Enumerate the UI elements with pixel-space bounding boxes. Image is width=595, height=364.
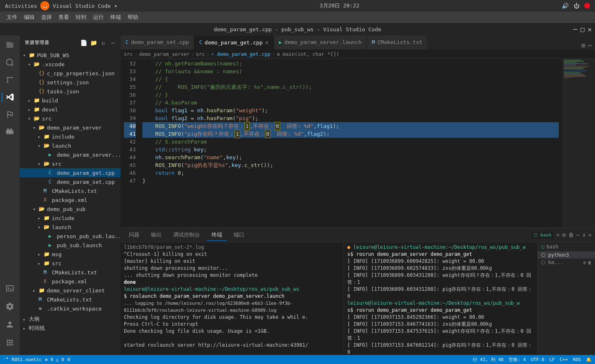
maximize-button[interactable]: □ (581, 26, 585, 33)
tab-cmakelists[interactable]: M CMakeLists.txt (367, 35, 428, 49)
menu-terminal[interactable]: 终端 (107, 13, 124, 22)
sidebar-item-tasks[interactable]: {} tasks.json (20, 87, 121, 96)
code-content[interactable]: // nh.getParamNames(names); // for(auto … (139, 59, 562, 227)
status-ros[interactable]: ROS (573, 357, 581, 362)
sidebar-item-pub-sub-launch[interactable]: ▶ pub_sub.launch (20, 241, 121, 250)
sidebar-item-settings[interactable]: {} settings.json (20, 78, 121, 87)
sidebar-section-timeline[interactable]: ▸ 时间线 (20, 324, 121, 333)
status-encoding[interactable]: UTF-8 (531, 357, 544, 362)
status-warnings[interactable]: 0 (67, 357, 70, 362)
menu-view[interactable]: 查看 (55, 13, 72, 22)
sidebar-item-include-1[interactable]: ▸ 📁 include (20, 132, 121, 141)
status-errors[interactable]: ⊗ 0 △ 0 (45, 357, 64, 362)
sidebar-item-person-pub-sub[interactable]: ▶ person_pub_sub.lau... (20, 232, 121, 241)
breadcrumb-demo-param-server[interactable]: demo_param_server (139, 51, 190, 57)
tab-demo-param-server-launch[interactable]: ▶ demo_param_server.launch (274, 35, 367, 49)
firefox-icon[interactable]: 🦊 (40, 1, 49, 10)
sidebar-item-devel[interactable]: ▸ 📁 devel (20, 105, 121, 114)
status-git-branch[interactable]: ROS1.noetic (3, 357, 42, 362)
sidebar-item-package-xml-1[interactable]: X package.xml (20, 195, 121, 204)
power-icon[interactable]: ⏻ (574, 2, 579, 9)
vscode-label[interactable]: Visual Studio Code (53, 3, 111, 9)
close-terminal-btn[interactable]: ✕ (588, 232, 592, 238)
menu-edit[interactable]: 编辑 (21, 13, 38, 22)
breadcrumb-src2[interactable]: src (196, 51, 205, 57)
sidebar-item-cmake-1[interactable]: M CMakeLists.txt (20, 186, 121, 195)
sidebar-item-src-sub[interactable]: ▾ 📂 src (20, 159, 121, 168)
sidebar-item-demo-param-get[interactable]: C demo_param_get.cpp (20, 168, 121, 177)
refresh-btn[interactable]: ↻ (99, 39, 107, 47)
trash-terminal-btn[interactable]: 🗑 (568, 232, 574, 238)
status-language[interactable]: C++ (560, 357, 568, 362)
sidebar-item-build[interactable]: ▸ 📁 build (20, 96, 121, 105)
sidebar-item-demo-pub-sub[interactable]: ▾ 📂 demo_pub_sub (20, 204, 121, 213)
menu-help[interactable]: 帮助 (124, 13, 142, 22)
tab-close-btn[interactable]: ✕ (265, 39, 268, 46)
sidebar-item-c-cpp-props[interactable]: {} c_cpp_properties.json (20, 69, 121, 78)
terminal-tab-terminal[interactable]: 终端 (207, 230, 227, 241)
activity-apps[interactable] (2, 334, 18, 351)
activity-account[interactable] (2, 316, 18, 333)
collapse-btn[interactable]: ⋯ (109, 39, 117, 47)
status-indent[interactable]: 空格: 4 (509, 357, 526, 363)
activity-explorer[interactable] (2, 37, 18, 53)
more-actions-btn[interactable]: ⋯ (588, 42, 592, 49)
sidebar-item-cmake-root[interactable]: M CMakeLists.txt (20, 295, 121, 304)
terminal-tab-output[interactable]: 输出 (146, 230, 167, 240)
minimize-button[interactable]: ─ (573, 26, 577, 33)
trash-icon[interactable]: 🗑 (588, 260, 592, 265)
sidebar-item-package-xml-2[interactable]: X package.xml (20, 277, 121, 286)
terminal-tab-ports[interactable]: 端口 (229, 230, 249, 240)
sidebar-item-msg[interactable]: ▸ 📁 msg (20, 250, 121, 259)
sidebar-item-cmake-2[interactable]: M CMakeLists.txt (20, 268, 121, 277)
ba-panel-item[interactable]: ⬡ ba... ⊞ 🗑 (538, 259, 595, 266)
activity-search[interactable] (2, 54, 18, 71)
activity-settings[interactable] (2, 298, 18, 315)
sidebar-item-demo-server-client[interactable]: ▸ 📁 demo_server_client (20, 286, 121, 295)
sidebar-item-include-2[interactable]: ▸ 📁 include (20, 213, 121, 223)
more-terminal-btn[interactable]: ⋯ (576, 232, 580, 238)
sidebar-item-vscode[interactable]: ▾ 📂 .vscode (20, 60, 121, 69)
terminal-left[interactable]: l1b6cb7bf0/param_set-2*.log ^C[rosout-1]… (121, 242, 344, 355)
menu-goto[interactable]: 转到 (72, 13, 90, 22)
new-file-btn[interactable]: 📄 (79, 39, 88, 47)
activity-extensions[interactable] (2, 123, 18, 140)
status-eol[interactable]: LF (549, 357, 555, 362)
status-cursor-pos[interactable]: 行 41, 列 48 (473, 357, 504, 363)
volume-icon[interactable]: 🔊 (562, 2, 569, 9)
terminal-tab-debug[interactable]: 调试控制台 (168, 230, 205, 240)
sidebar-section-outline[interactable]: ▸ 大纲 (20, 315, 121, 324)
activity-terminal[interactable] (2, 280, 18, 297)
status-notification-bell[interactable]: 🔔 (586, 357, 592, 362)
sidebar-item-src[interactable]: ▾ 📂 src (20, 114, 121, 123)
tab-demo-param-get[interactable]: C demo_param_get.cpp ✕ (194, 35, 274, 49)
split-editor-btn[interactable]: ⊞ (581, 42, 586, 49)
bash-panel-item[interactable]: ⬡ bash (538, 242, 595, 251)
activity-vscode[interactable] (2, 89, 18, 105)
new-folder-btn[interactable]: 📁 (89, 39, 98, 47)
sidebar-item-launch[interactable]: ▾ 📂 launch (20, 141, 121, 150)
breadcrumb-file[interactable]: ⚡ demo_param_get.cpp (211, 51, 271, 57)
activity-source-control[interactable] (2, 72, 18, 88)
terminal-tab-problems[interactable]: 问题 (124, 230, 144, 240)
sidebar-item-pub-sub-ws[interactable]: ▾ 📁 PUB_SUB_WS (20, 51, 121, 60)
close-button[interactable]: ✕ (588, 26, 592, 33)
sidebar-item-src-3[interactable]: ▸ 📁 src (20, 259, 121, 268)
split-terminal-btn[interactable]: + (556, 232, 560, 238)
terminal-right[interactable]: ● leisure@leisure-virtual-machine:~/Desk… (344, 242, 537, 355)
menu-select[interactable]: 选择 (38, 13, 55, 22)
breadcrumb-src[interactable]: src (124, 51, 133, 57)
split-icon[interactable]: ⊞ (583, 260, 586, 265)
split-terminal-icon[interactable]: ⊞ (562, 232, 565, 238)
sidebar-item-demo-param-server[interactable]: ▾ 📂 demo_param_server (20, 123, 121, 132)
activities-label[interactable]: Activities (5, 3, 37, 9)
sidebar-item-launch-2[interactable]: ▾ 📂 launch (20, 223, 121, 232)
maximize-terminal-btn[interactable]: ∧ (582, 232, 586, 238)
menu-run[interactable]: 运行 (90, 13, 107, 22)
activity-run[interactable] (2, 106, 18, 123)
sidebar-item-catkin-workspace[interactable]: ≡ .catkin_workspace (20, 304, 121, 313)
tab-demo-param-set[interactable]: C demo_param_set.cpp (121, 35, 194, 49)
breadcrumb-function[interactable]: ⚙ main(int, char *[]) (277, 51, 339, 57)
sidebar-item-demo-param-set[interactable]: C demo_param_set.cpp (20, 177, 121, 186)
menu-file[interactable]: 文件 (3, 13, 21, 22)
